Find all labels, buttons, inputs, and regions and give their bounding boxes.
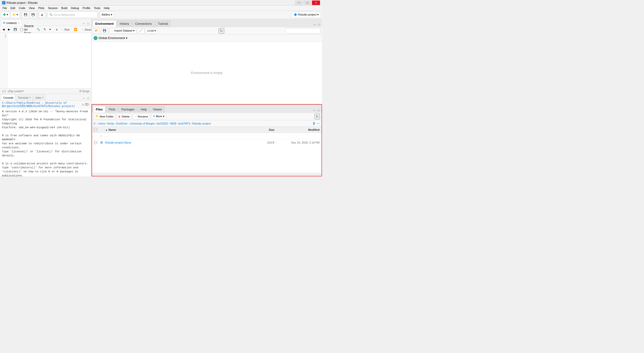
menu-tools[interactable]: Tools xyxy=(92,6,102,10)
new-folder-btn[interactable]: 📁 New Folder xyxy=(94,114,115,119)
tab-help[interactable]: Help xyxy=(138,106,150,112)
breadcrumb-item-onedrive[interactable]: OneDrive - University of Bergen xyxy=(116,122,155,125)
console-clear-btn[interactable]: ⌦ xyxy=(85,103,89,106)
env-maximize-btn[interactable]: □ xyxy=(317,23,321,26)
editor-code-btn[interactable]: ▾ xyxy=(48,27,52,32)
menu-view[interactable]: View xyxy=(27,6,36,10)
rproj-name[interactable]: Rstudio project.Rproj xyxy=(105,141,254,144)
breadcrumb-item-rstudio-project[interactable]: Rstudio project xyxy=(192,122,211,125)
breadcrumb-more-btn[interactable]: ⋯ xyxy=(316,122,320,126)
env-minimize-btn[interactable]: ─ xyxy=(312,23,317,26)
search-icon: 🔍 xyxy=(49,13,53,16)
menu-plots[interactable]: Plots xyxy=(37,6,46,10)
restore-window-btn[interactable]: □ xyxy=(303,1,311,5)
env-brush-btn[interactable]: 🧹 xyxy=(137,28,144,34)
env-save-btn[interactable]: 💾 xyxy=(101,28,108,34)
rerun-btn[interactable]: ⏩ xyxy=(72,27,79,32)
console-line-7: Type 'license()' or 'licence()' for dist… xyxy=(2,150,89,158)
next-location-btn[interactable]: ▶ xyxy=(7,27,12,32)
save-btn[interactable]: 💾 xyxy=(22,12,29,18)
rproj-checkbox[interactable] xyxy=(94,141,97,144)
breadcrumb-item-femjs[interactable]: femjs xyxy=(107,122,114,125)
files-minimize-btn[interactable]: ─ xyxy=(312,108,316,112)
console-maximize-btn[interactable]: □ xyxy=(87,96,90,100)
menu-profile[interactable]: Profile xyxy=(81,6,92,10)
header-name[interactable]: ▲ Name xyxy=(105,128,254,131)
tab-environment[interactable]: Environment xyxy=(93,20,116,27)
more-btn[interactable]: ⚙ More ▾ xyxy=(151,114,166,119)
run-btn[interactable]: → Run xyxy=(59,27,71,32)
global-env-label[interactable]: Global Environment ▾ xyxy=(99,36,127,40)
env-refresh-btn[interactable]: ↻ xyxy=(219,28,224,34)
select-all-checkbox[interactable] xyxy=(94,128,97,131)
editor-maximize-btn[interactable]: □ xyxy=(87,22,90,25)
parent-dir-label: .. xyxy=(105,135,107,138)
console-minimize-btn[interactable]: ─ xyxy=(82,96,86,100)
menu-build[interactable]: Build xyxy=(60,6,69,10)
tab-files[interactable]: Files xyxy=(93,106,105,112)
tab-plots[interactable]: Plots xyxy=(106,106,118,112)
source-on-save-checkbox[interactable] xyxy=(20,28,23,31)
jobs-close-icon[interactable]: × xyxy=(42,96,44,99)
print-btn[interactable]: 🖨 xyxy=(39,12,45,18)
terminal-close-icon[interactable]: × xyxy=(29,96,31,99)
editor-minimize-btn[interactable]: ─ xyxy=(82,22,86,25)
breadcrumb-item-c[interactable]: C: xyxy=(94,122,96,125)
menu-session[interactable]: Session xyxy=(46,6,59,10)
editor-tab-close[interactable]: × xyxy=(18,22,20,24)
load-icon: 📂 xyxy=(95,29,98,32)
file-row-parent[interactable]: ↑ .. xyxy=(92,133,321,139)
rename-icon: → xyxy=(134,115,137,118)
list-view-btn[interactable]: ≡ List ▾ xyxy=(145,28,158,34)
env-load-btn[interactable]: 📂 xyxy=(93,28,100,34)
files-maximize-btn[interactable]: □ xyxy=(317,108,320,112)
minimize-window-btn[interactable]: ─ xyxy=(295,1,303,5)
project-btn[interactable]: 🔷 Rstudio project ▾ xyxy=(291,12,321,18)
editor-search-btn[interactable]: 🔍 xyxy=(35,27,42,32)
breadcrumb-upload-btn[interactable]: ⬆ xyxy=(312,122,315,126)
editor-compile-btn[interactable]: ≡ xyxy=(54,27,59,32)
code-editor[interactable] xyxy=(8,33,91,88)
tab-packages[interactable]: Packages xyxy=(119,106,137,112)
tab-connections[interactable]: Connections xyxy=(132,20,155,27)
more-icon: ⚙ xyxy=(153,115,155,118)
addins-btn[interactable]: Addins ▾ xyxy=(100,12,114,18)
prev-location-btn[interactable]: ◀ xyxy=(1,27,6,32)
rproj-modified-value: Dec 16, 2020, 2:18 PM xyxy=(291,141,319,144)
console-path-text: C:/Users/femjs/OneDrive - University of … xyxy=(2,101,81,108)
menu-file[interactable]: File xyxy=(1,6,9,10)
console-tab-terminal[interactable]: Terminal × xyxy=(16,94,33,100)
tab-history[interactable]: History xyxy=(117,20,132,27)
new-file-btn[interactable]: ✚ ▾ xyxy=(1,12,10,18)
editor-save-btn[interactable]: 💾 xyxy=(12,27,19,32)
console-copy-icon[interactable]: ⧉ xyxy=(82,103,84,106)
editor-edit-btn[interactable]: ✎ xyxy=(42,27,47,32)
goto-function-box[interactable]: 🔍 Go to file/function xyxy=(47,12,98,18)
import-dataset-btn[interactable]: → Import Dataset ▾ xyxy=(109,28,136,34)
console-tab-jobs[interactable]: Jobs × xyxy=(33,94,46,100)
env-search-input[interactable] xyxy=(285,28,320,34)
rename-btn[interactable]: → Rename xyxy=(132,114,150,119)
file-row-rproj[interactable]: R Rstudio project.Rproj 218 B Dec 16, 20… xyxy=(92,139,321,146)
context-dropdown-icon[interactable]: ▾ xyxy=(22,89,24,93)
menu-help[interactable]: Help xyxy=(102,6,111,10)
open-file-btn[interactable]: 📁 ▾ xyxy=(11,12,20,18)
tab-tutorial[interactable]: Tutorial xyxy=(155,20,171,27)
delete-btn[interactable]: 🗑 Delete xyxy=(116,114,131,119)
breadcrumb-item-biostats[interactable]: bioSTATS xyxy=(178,122,191,125)
breadcrumb-item-web[interactable]: WEB xyxy=(170,122,176,125)
console-output[interactable]: R version 4.0.3 (2020-10-10) -- "Bunny-W… xyxy=(0,108,91,176)
files-refresh-btn[interactable]: ↻ xyxy=(314,114,320,119)
console-tab-console[interactable]: Console xyxy=(1,94,16,100)
menu-edit[interactable]: Edit xyxy=(9,6,17,10)
editor-tab-untitled1[interactable]: R Untitled1 × xyxy=(1,20,22,26)
menu-code[interactable]: Code xyxy=(17,6,27,10)
close-window-btn[interactable]: ✕ xyxy=(312,1,320,5)
toolbar-sep-2 xyxy=(38,12,38,17)
breadcrumb-item-bioceed[interactable]: bioCEED xyxy=(157,122,168,125)
horizontal-scrollbar[interactable] xyxy=(92,173,321,176)
tab-viewer[interactable]: Viewer xyxy=(150,106,165,112)
save-all-btn[interactable]: 💾 xyxy=(30,12,37,18)
menu-debug[interactable]: Debug xyxy=(69,6,80,10)
breadcrumb-item-users[interactable]: Users xyxy=(98,122,106,125)
